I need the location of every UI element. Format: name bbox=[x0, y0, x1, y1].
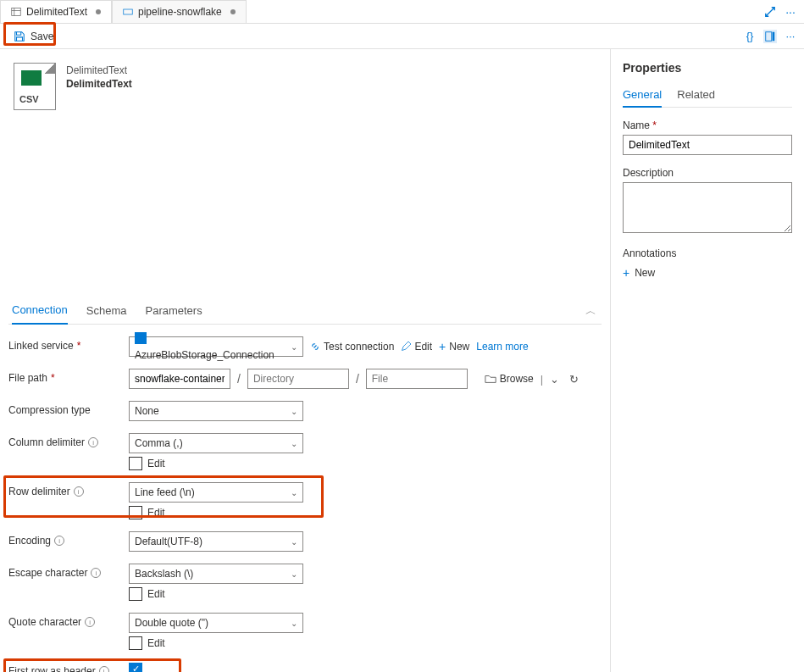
code-icon[interactable]: {} bbox=[743, 30, 757, 43]
test-connection-button[interactable]: Test connection bbox=[310, 341, 394, 353]
svg-rect-4 bbox=[766, 31, 772, 41]
file-input[interactable] bbox=[366, 369, 468, 389]
encoding-select[interactable]: Default(UTF-8)⌄ bbox=[129, 531, 303, 552]
tab-label: pipeline-snowflake bbox=[138, 6, 222, 18]
more-icon[interactable]: ··· bbox=[784, 5, 797, 19]
name-field-label: Name * bbox=[623, 119, 792, 131]
container-input[interactable] bbox=[129, 369, 230, 389]
properties-panel: Properties General Related Name * Descri… bbox=[611, 49, 804, 672]
toolbar: Save {} ··· bbox=[0, 24, 804, 49]
properties-title: Properties bbox=[623, 61, 792, 75]
save-button[interactable]: Save bbox=[7, 28, 60, 45]
save-label: Save bbox=[30, 31, 53, 42]
quote-edit-checkbox[interactable] bbox=[129, 636, 142, 650]
info-icon[interactable]: i bbox=[99, 666, 109, 672]
linked-service-label: Linked service* bbox=[8, 336, 129, 352]
main-area: CSV DelimitedText DelimitedText Connecti… bbox=[0, 49, 804, 672]
svg-rect-0 bbox=[12, 8, 21, 16]
escape-char-label: Escape characteri bbox=[8, 564, 129, 579]
plus-icon: + bbox=[623, 266, 629, 280]
connection-form: Linked service* AzureBlobStorage_Connect… bbox=[8, 325, 602, 672]
tab-delimitedtext[interactable]: DelimitedText bbox=[0, 0, 112, 23]
first-row-header-checkbox[interactable]: ✓ bbox=[129, 663, 142, 673]
chevron-down-icon: ⌄ bbox=[291, 439, 297, 448]
tab-related[interactable]: Related bbox=[677, 83, 715, 107]
tab-pipeline-snowflake[interactable]: pipeline-snowflake bbox=[112, 0, 247, 23]
pipeline-icon bbox=[123, 7, 133, 17]
pencil-icon bbox=[401, 342, 411, 352]
description-field-label: Description bbox=[623, 167, 792, 179]
annotations-label: Annotations bbox=[623, 247, 792, 259]
chevron-down-icon: ⌄ bbox=[291, 569, 297, 579]
compression-label: Compression type bbox=[8, 401, 129, 416]
compression-select[interactable]: None⌄ bbox=[129, 401, 303, 421]
row-delimiter-label: Row delimiteri bbox=[8, 482, 129, 497]
column-delimiter-select[interactable]: Comma (,)⌄ bbox=[129, 433, 303, 453]
directory-input[interactable] bbox=[247, 369, 349, 389]
escape-char-select[interactable]: Backslash (\)⌄ bbox=[129, 564, 303, 584]
browse-button[interactable]: Browse bbox=[485, 373, 534, 385]
chevron-down-icon: ⌄ bbox=[291, 619, 297, 628]
info-icon[interactable]: i bbox=[74, 486, 84, 497]
edit-label: Edit bbox=[147, 637, 165, 649]
description-input[interactable] bbox=[623, 182, 792, 233]
path-separator: / bbox=[356, 372, 359, 386]
plus-icon: + bbox=[439, 340, 446, 353]
dataset-type-label: DelimitedText bbox=[66, 64, 132, 76]
content-area: CSV DelimitedText DelimitedText Connecti… bbox=[0, 49, 611, 672]
info-icon[interactable]: i bbox=[91, 568, 101, 578]
new-annotation-button[interactable]: + New bbox=[623, 263, 792, 283]
chevron-down-icon: ⌄ bbox=[291, 537, 297, 547]
more-icon[interactable]: ··· bbox=[784, 30, 797, 43]
dirty-indicator-icon bbox=[230, 9, 236, 14]
edit-label: Edit bbox=[147, 507, 165, 519]
info-icon[interactable]: i bbox=[54, 536, 64, 546]
quote-char-select[interactable]: Double quote (")⌄ bbox=[129, 613, 303, 633]
escape-edit-checkbox[interactable] bbox=[129, 587, 142, 601]
edit-linked-service-button[interactable]: Edit bbox=[401, 341, 432, 353]
info-icon[interactable]: i bbox=[85, 617, 95, 627]
row-delim-edit-checkbox[interactable] bbox=[129, 506, 142, 519]
path-separator: / bbox=[237, 372, 241, 386]
collapse-icon[interactable]: ︿ bbox=[585, 303, 596, 319]
column-delimiter-label: Column delimiteri bbox=[8, 433, 129, 448]
save-icon bbox=[14, 31, 25, 42]
chevron-down-icon: ⌄ bbox=[291, 488, 297, 497]
new-linked-service-button[interactable]: + New bbox=[439, 340, 469, 353]
quote-char-label: Quote characteri bbox=[8, 613, 129, 628]
expand-icon[interactable] bbox=[763, 5, 777, 19]
first-row-header-label: First row as headeri bbox=[8, 662, 129, 672]
properties-toggle-icon[interactable] bbox=[763, 30, 777, 43]
chevron-down-icon[interactable]: ⌄ bbox=[550, 373, 559, 386]
encoding-label: Encodingi bbox=[8, 531, 129, 547]
edit-label: Edit bbox=[147, 588, 165, 600]
file-path-label: File path* bbox=[8, 369, 129, 384]
dataset-header: CSV DelimitedText DelimitedText bbox=[8, 58, 602, 127]
svg-rect-5 bbox=[773, 31, 775, 41]
learn-more-link[interactable]: Learn more bbox=[476, 341, 528, 353]
row-delimiter-select[interactable]: Line feed (\n)⌄ bbox=[129, 482, 303, 503]
tab-parameters[interactable]: Parameters bbox=[145, 297, 202, 324]
tab-bar: DelimitedText pipeline-snowflake ··· bbox=[0, 0, 804, 24]
dataset-icon bbox=[11, 7, 21, 17]
storage-icon bbox=[135, 332, 147, 344]
tab-schema[interactable]: Schema bbox=[86, 297, 127, 324]
col-delim-edit-checkbox[interactable] bbox=[129, 457, 142, 470]
folder-icon bbox=[485, 374, 496, 384]
tab-general[interactable]: General bbox=[623, 83, 662, 108]
name-input[interactable] bbox=[623, 135, 792, 155]
linked-service-select[interactable]: AzureBlobStorage_Connection ⌄ bbox=[129, 336, 303, 357]
svg-rect-3 bbox=[124, 9, 133, 14]
tab-label: DelimitedText bbox=[26, 6, 87, 18]
link-icon bbox=[310, 342, 320, 352]
edit-label: Edit bbox=[147, 458, 165, 469]
chevron-down-icon: ⌄ bbox=[291, 407, 297, 416]
chevron-down-icon: ⌄ bbox=[291, 342, 297, 352]
tab-connection[interactable]: Connection bbox=[12, 297, 68, 325]
info-icon[interactable]: i bbox=[88, 437, 98, 447]
dataset-name-label: DelimitedText bbox=[66, 78, 132, 90]
section-tabs: Connection Schema Parameters ︿ bbox=[8, 297, 602, 325]
csv-file-icon: CSV bbox=[14, 63, 56, 110]
refresh-icon[interactable]: ↻ bbox=[569, 373, 579, 386]
dirty-indicator-icon bbox=[96, 9, 101, 14]
